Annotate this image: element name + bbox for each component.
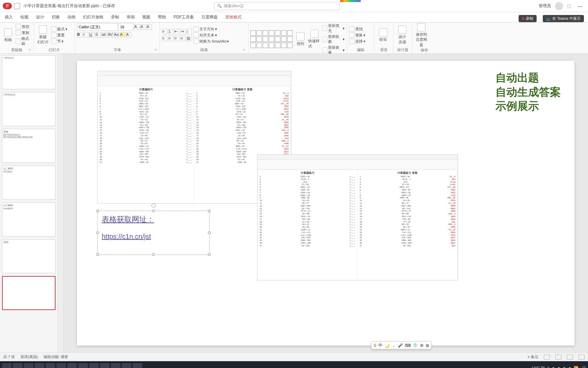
columns-button[interactable]: ▥: [186, 36, 192, 41]
align-left-button[interactable]: ≡: [162, 36, 167, 41]
copy-button[interactable]: 复制: [16, 30, 32, 35]
thumb-5[interactable]: 过三解释: mod(a/b): [2, 202, 55, 236]
increase-indent-button[interactable]: ⇥: [180, 29, 186, 34]
taskbar-app-11[interactable]: [122, 363, 131, 368]
system-tray[interactable]: 13°C 阴 ^ ◆ ◆ ◆ ◆ 📶 🔊: [532, 366, 586, 368]
user-name[interactable]: 管理员: [539, 3, 551, 9]
align-text-button[interactable]: 对齐文本 ▾: [193, 32, 229, 38]
tab-design[interactable]: 设计: [35, 12, 45, 22]
search-input[interactable]: 🔍 搜索(Alt+Q): [214, 2, 340, 10]
taskbar-app-3[interactable]: [35, 363, 44, 368]
new-slide-button[interactable]: 新建 幻灯片: [36, 26, 50, 45]
handle-e[interactable]: [208, 231, 211, 234]
tab-baidu[interactable]: 百度网盘: [201, 12, 218, 22]
decrease-font-icon[interactable]: A: [140, 24, 146, 30]
teams-present-button[interactable]: 📺 在 Teams 中展示: [543, 15, 584, 22]
format-painter-button[interactable]: 格式刷: [16, 36, 32, 46]
shape-d-icon[interactable]: [269, 43, 274, 48]
tab-insert[interactable]: 插入: [4, 12, 14, 22]
shape-hex-icon[interactable]: [250, 36, 256, 42]
thumb-1[interactable]: =INT(a,b): [2, 55, 55, 89]
highlight-button[interactable]: A: [120, 32, 125, 37]
shape-line-icon[interactable]: [263, 30, 268, 36]
shape-arrow-icon[interactable]: [269, 30, 274, 36]
tray-icon-4[interactable]: ◆: [568, 366, 571, 368]
shape-cyl-icon[interactable]: [275, 36, 280, 42]
bold-button[interactable]: B: [77, 32, 82, 37]
language-indicator[interactable]: 英语(美国): [20, 354, 38, 359]
rotate-handle[interactable]: [151, 203, 156, 208]
shape-brace-icon[interactable]: [281, 36, 287, 42]
shape-oval-icon[interactable]: [275, 30, 280, 36]
url-textbox[interactable]: 表格获取网址： https://c1n.cn/jst: [97, 211, 210, 255]
thumb-6[interactable]: 说明:: [2, 239, 55, 273]
handle-nw[interactable]: [96, 210, 99, 212]
ime-punct-icon[interactable]: ，: [392, 342, 396, 348]
taskbar-app-8[interactable]: [89, 363, 99, 368]
slide-thumbnails[interactable]: =INT(a,b) =MOD(a,b) 策略: BETWEEN(a,b) BET…: [0, 54, 58, 352]
font-launcher-icon[interactable]: ↘: [154, 48, 157, 51]
tray-icon-3[interactable]: ◆: [563, 366, 566, 368]
clipboard-launcher-icon[interactable]: ↘: [28, 48, 31, 51]
align-justify-button[interactable]: ≡: [180, 36, 186, 41]
handle-sw[interactable]: [96, 253, 99, 256]
shadow-button[interactable]: ab: [101, 32, 107, 37]
slide-canvas[interactable]: 自动出题 自动生成答案 示例展示 计算题练习 13863 + 94=____24…: [63, 54, 588, 352]
increase-font-icon[interactable]: A: [134, 24, 140, 30]
shape-outline-button[interactable]: 形状轮廓 ▾: [322, 34, 345, 44]
para-launcher-icon[interactable]: ↘: [243, 48, 245, 51]
layout-button[interactable]: 版式 ▾: [51, 26, 67, 32]
chevron-up-icon[interactable]: ^: [548, 366, 549, 368]
reset-button[interactable]: 重置: [51, 32, 67, 38]
avatar[interactable]: [555, 2, 563, 10]
tab-review[interactable]: 审阅: [126, 12, 135, 22]
ribbon-options-icon[interactable]: ⬚: [567, 4, 571, 9]
shape-curl-icon[interactable]: [287, 36, 293, 42]
text-direction-button[interactable]: 文字方向 ▾: [193, 26, 229, 32]
weather-widget[interactable]: 13°C 阴: [532, 366, 545, 368]
ime-skin-icon[interactable]: 👕: [413, 343, 418, 348]
tab-animations[interactable]: 动画: [67, 12, 76, 22]
tab-pdf[interactable]: PDF工具集: [173, 12, 195, 22]
ime-mic-icon[interactable]: 🎤: [398, 343, 403, 348]
cut-button[interactable]: 剪切: [16, 24, 32, 29]
shape-rrect-icon[interactable]: [257, 30, 262, 36]
taskbar-app-1[interactable]: [13, 363, 22, 368]
sorter-view-button[interactable]: [555, 355, 561, 359]
handle-w[interactable]: [96, 231, 99, 234]
tab-draw[interactable]: 绘图: [20, 12, 29, 22]
align-right-button[interactable]: ≡: [174, 36, 180, 41]
shapes-gallery[interactable]: [250, 30, 293, 48]
shape-a-icon[interactable]: [250, 43, 256, 48]
taskbar-app-12[interactable]: [133, 363, 142, 368]
section-button[interactable]: 节 ▾: [51, 39, 67, 44]
taskbar-app-7[interactable]: [78, 363, 88, 368]
font-name-input[interactable]: [77, 23, 118, 31]
clear-format-icon[interactable]: A: [146, 24, 152, 30]
smartart-button[interactable]: 转换为 SmartArt ▾: [193, 39, 229, 44]
thumb-3[interactable]: 策略: BETWEEN(a,b) BETWEEN(1000,9999)/100: [2, 129, 55, 163]
shape-star-icon[interactable]: [257, 36, 262, 42]
minimize-button[interactable]: —: [575, 3, 585, 9]
align-center-button[interactable]: ≡: [168, 36, 174, 41]
font-size-input[interactable]: [118, 23, 133, 31]
shape-c-icon[interactable]: [263, 43, 268, 48]
replace-button[interactable]: 替换 ▾: [349, 32, 365, 38]
tab-transitions[interactable]: 切换: [51, 12, 61, 22]
find-button[interactable]: 查找: [349, 26, 365, 32]
taskbar-app-9[interactable]: [100, 363, 110, 368]
taskbar-app-4[interactable]: [46, 363, 55, 368]
slideshow-view-button[interactable]: [578, 355, 585, 359]
reading-view-button[interactable]: [567, 355, 573, 359]
line-spacing-button[interactable]: ↕: [186, 29, 192, 34]
quick-styles-button[interactable]: 快速样式: [308, 30, 321, 49]
thumb-4[interactable]: 过二解释: INT(a/b): [2, 166, 55, 200]
handle-n[interactable]: [152, 210, 155, 212]
taskbar-app-2[interactable]: [24, 363, 33, 368]
shape-arc-icon[interactable]: [263, 36, 268, 42]
bullets-button[interactable]: ≡: [162, 29, 167, 34]
tray-icon-2[interactable]: ◆: [557, 366, 560, 368]
char-spacing-button[interactable]: AV: [108, 32, 113, 37]
start-button[interactable]: [2, 363, 12, 368]
save-baidu-button[interactable]: 保存到 百度网盘: [414, 23, 428, 47]
